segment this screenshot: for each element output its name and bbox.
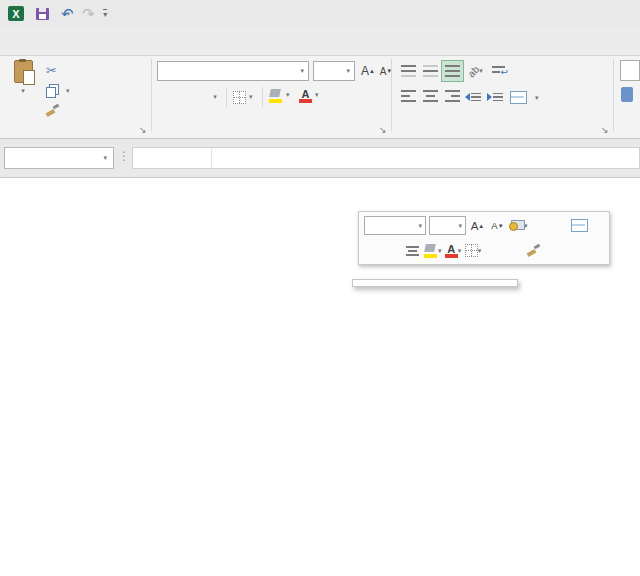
mini-increase-font-button[interactable]: A▲ [469, 216, 486, 235]
mini-fill-color-button[interactable]: ▾ [424, 241, 442, 260]
spreadsheet-grid [0, 0, 640, 576]
mini-decrease-decimal-button[interactable] [505, 241, 522, 260]
mini-borders-button[interactable]: ▾ [465, 241, 482, 260]
fill-color-icon [424, 243, 438, 258]
mini-toolbar-row-2: ▾ A ▾ ▾ [364, 241, 604, 260]
font-color-icon: A [445, 243, 458, 258]
mini-bold-button[interactable] [364, 241, 381, 260]
context-menu [352, 279, 518, 287]
fill-color-dropdown-icon[interactable]: ▾ [438, 247, 442, 255]
accounting-format-icon [509, 220, 524, 231]
mini-center-align-button[interactable] [404, 241, 421, 260]
borders-dropdown-icon[interactable]: ▾ [478, 247, 482, 255]
center-align-icon [406, 246, 419, 256]
mini-merge-center-button[interactable] [571, 216, 588, 235]
mini-font-size-combobox[interactable]: ▾ [429, 216, 466, 235]
mini-percent-button[interactable] [531, 216, 548, 235]
mini-font-color-button[interactable]: A ▾ [445, 241, 462, 260]
mini-increase-decimal-button[interactable] [485, 241, 502, 260]
mini-comma-style-button[interactable] [551, 216, 568, 235]
mini-font-name-combobox[interactable]: ▾ [364, 216, 426, 235]
mini-toolbar-row-1: ▾ ▾ A▲ A▼ ▾ [364, 216, 604, 235]
mini-decrease-font-button[interactable]: A▼ [489, 216, 506, 235]
borders-icon [465, 244, 478, 257]
mini-toolbar: ▾ ▾ A▲ A▼ ▾ ▾ A ▾ ▾ [358, 211, 610, 265]
mini-italic-button[interactable] [384, 241, 401, 260]
merge-center-icon [571, 219, 588, 232]
mini-font-name-dropdown-icon[interactable]: ▾ [418, 222, 422, 230]
mini-format-painter-button[interactable] [525, 241, 542, 260]
mini-accounting-format-button[interactable]: ▾ [509, 216, 528, 235]
mini-font-size-dropdown-icon[interactable]: ▾ [458, 222, 462, 230]
format-painter-icon [527, 245, 540, 257]
font-color-dropdown-icon[interactable]: ▾ [458, 247, 462, 255]
